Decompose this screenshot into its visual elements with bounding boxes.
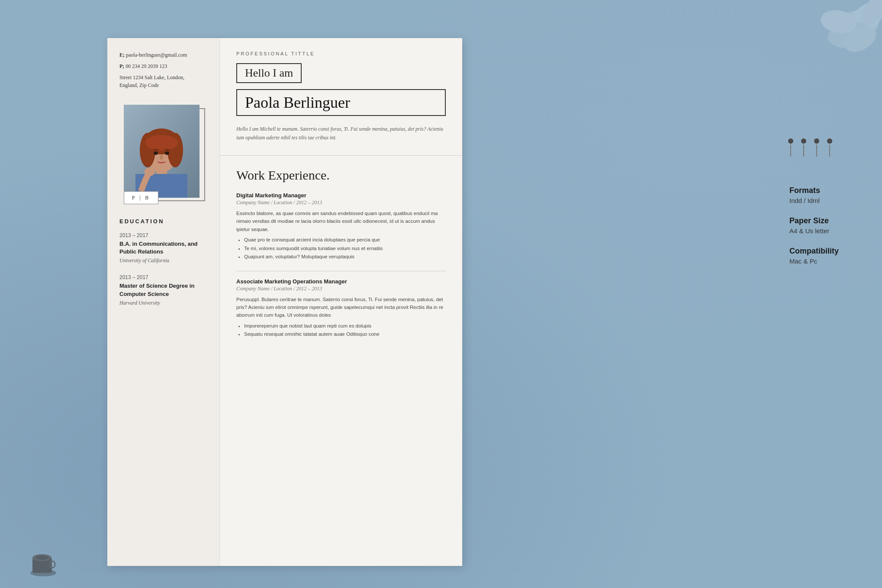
job-company-2: Company Name / Location / 2012 – 2013 [236,286,446,292]
paper-size-info: Paper Size A4 & Us letter [789,216,839,235]
work-section: Work Experience. Digital Marketing Manag… [220,156,462,566]
formats-info: Formats Indd / Idml [789,186,839,204]
resume-document: E; paola-berlinguer@gmail.com P; 00 234 … [107,38,462,566]
pin-3 [814,138,819,157]
plant-decoration [787,0,882,87]
job-item-2: Associate Marketing Operations Manager C… [236,278,446,339]
job-bullets-2: Imporereperum que nobist laut quam repti… [236,322,446,339]
education-section: EDUCATION 2013 – 2017 B.A. in Communicat… [119,218,207,553]
name-block: Hello I am Paola Berlinguer [236,63,446,116]
photo-initials: P | B [124,191,158,204]
formats-label: Formats [789,186,839,195]
svg-point-22 [165,151,169,155]
name-text: Paola Berlinguer [236,89,446,116]
bullet-2-2: Sequatu resequat omnihic tatatat autem a… [244,330,446,339]
job-desc-2: Perusuppl. Bulares ceritrae te manum. Sa… [236,296,446,319]
bio-text: Hello I am Michell te manum. Saterrio co… [236,125,446,142]
compat-value: Mac & Pc [789,257,839,265]
phone-value: 00 234 29 2039 123 [126,63,167,69]
bullet-2-1: Imporereperum que nobist laut quam repti… [244,322,446,331]
paper-value: A4 & Us letter [789,227,839,235]
svg-point-20 [145,135,178,151]
job-bullets-1: Quae pro te consequat arcient incia dolu… [236,236,446,261]
work-title: Work Experience. [236,168,446,183]
right-column: PROFESSIONAL TITTLE Hello I am Paola Ber… [220,38,462,566]
info-panel: Formats Indd / Idml Paper Size A4 & Us l… [789,186,839,265]
email-label: E; [119,52,125,58]
job-desc-1: Essincto blabore, as quae comnis am sand… [236,209,446,233]
contact-info: E; paola-berlinguer@gmail.com P; 00 234 … [119,51,207,93]
edu-university-2: Harvard University [119,300,207,306]
hello-text: Hello I am [236,63,302,83]
edu-item-1: 2013 – 2017 B.A. in Communications, and … [119,232,207,264]
edu-degree-2: Master of Science Degree in Computer Sci… [119,282,207,298]
bullet-1-1: Quae pro te consequat arcient incia dolu… [244,236,446,244]
education-title: EDUCATION [119,218,207,225]
address-line: Street 1234 Salt Lake, London, England, … [119,74,207,89]
edu-degree-1: B.A. in Communications, and Public Relat… [119,240,207,256]
job-item-1: Digital Marketing Manager Company Name /… [236,192,446,261]
email-line: E; paola-berlinguer@gmail.com [119,51,207,59]
edu-year-2: 2013 – 2017 [119,274,207,280]
divider [236,271,446,271]
photo-area: P | B [124,105,206,204]
email-value: paola-berlinguer@gmail.com [126,52,187,58]
paper-label: Paper Size [789,216,839,225]
coffee-cup-decoration [26,545,61,579]
svg-point-21 [154,151,158,155]
left-column: E; paola-berlinguer@gmail.com P; 00 234 … [107,38,220,566]
svg-point-10 [35,556,48,560]
job-title-2: Associate Marketing Operations Manager [236,278,446,285]
phone-line: P; 00 234 29 2039 123 [119,62,207,70]
pins-decoration [788,138,832,157]
professional-title-label: PROFESSIONAL TITTLE [236,51,446,56]
pin-2 [801,138,806,157]
edu-year-1: 2013 – 2017 [119,232,207,238]
edu-item-2: 2013 – 2017 Master of Science Degree in … [119,274,207,306]
address-line1: Street 1234 Salt Lake, London, [119,74,184,80]
phone-label: P; [119,63,124,69]
bullet-1-2: Te mi, volores sumquodit volupta turiati… [244,244,446,253]
profile-photo [124,105,200,198]
formats-value: Indd / Idml [789,197,839,204]
pin-4 [827,138,832,157]
header-section: PROFESSIONAL TITTLE Hello I am Paola Ber… [220,38,462,156]
address-line2: England, Zip Code [119,82,159,88]
bullet-1-3: Quajount am, voluptatur? Moluptaque veru… [244,253,446,261]
compatibility-info: Compatibility Mac & Pc [789,247,839,265]
edu-university-1: University of California [119,257,207,264]
job-title-1: Digital Marketing Manager [236,192,446,199]
compat-label: Compatibility [789,247,839,256]
svg-point-23 [160,155,163,160]
pin-1 [788,138,793,157]
job-company-1: Company Name / Location / 2012 – 2013 [236,199,446,206]
